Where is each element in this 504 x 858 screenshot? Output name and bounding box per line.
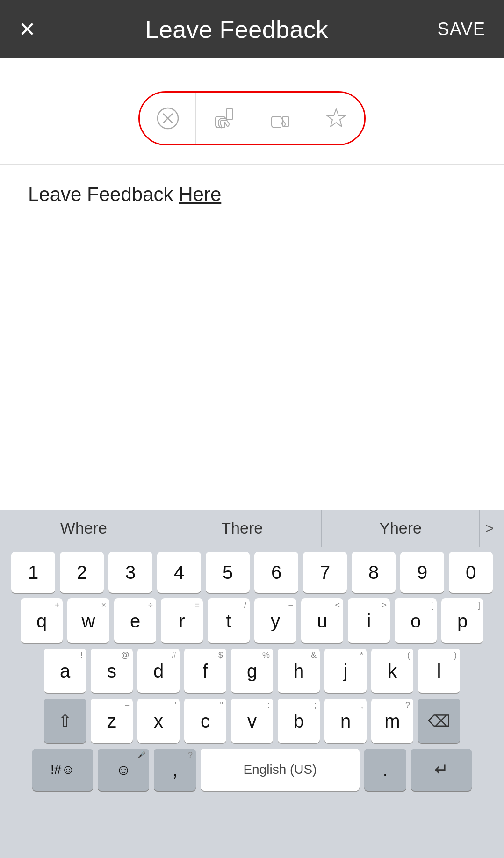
period-label: . (382, 760, 388, 779)
key-s[interactable]: @s (91, 649, 133, 693)
thumbs-down-button[interactable] (196, 93, 252, 144)
return-icon: ↵ (434, 760, 448, 779)
key-t[interactable]: /t (208, 598, 250, 643)
key-n[interactable]: ,n (324, 699, 367, 743)
key-9[interactable]: 9 (400, 552, 444, 593)
key-2[interactable]: 2 (60, 552, 104, 593)
key-u[interactable]: <u (301, 598, 343, 643)
page-title: Leave Feedback (145, 15, 328, 43)
emoji-key[interactable]: !#☺ (32, 749, 93, 791)
suggestion-more-button[interactable]: > (480, 520, 499, 536)
key-f[interactable]: $f (184, 649, 226, 693)
key-q[interactable]: +q (21, 598, 63, 643)
key-4[interactable]: 4 (157, 552, 201, 593)
key-3[interactable]: 3 (108, 552, 152, 593)
dismiss-icon (156, 106, 180, 130)
text-section[interactable]: Leave Feedback Here (0, 165, 504, 305)
mic-emoji-key[interactable]: 🎤 ☺ (98, 749, 149, 791)
space-key[interactable]: English (US) (201, 749, 360, 791)
close-button[interactable]: ✕ (19, 19, 36, 40)
return-key[interactable]: ↵ (411, 749, 472, 791)
key-8[interactable]: 8 (352, 552, 396, 593)
asdf-row: !a @s #d $f %g &h *j (k )l (4, 649, 500, 693)
key-6[interactable]: 6 (254, 552, 298, 593)
feedback-buttons-container (138, 91, 366, 145)
feedback-text-link[interactable]: Here (179, 183, 221, 205)
comma-key[interactable]: ? , (154, 749, 196, 791)
key-c[interactable]: "c (184, 699, 226, 743)
keys-area: 1 2 3 4 5 6 7 8 9 0 +q ×w ÷e =r /t −y <u… (0, 547, 504, 799)
comma-label: , (172, 760, 177, 779)
suggestion-where[interactable]: Where (5, 510, 163, 547)
suggestions-row: Where There Yhere > (0, 510, 504, 547)
space-label: English (US) (243, 762, 317, 777)
qwerty-row: +q ×w ÷e =r /t −y <u >i [o ]p (4, 598, 500, 643)
star-button[interactable] (308, 93, 364, 144)
thumbs-up-icon (268, 106, 292, 130)
suggestion-yhere[interactable]: Yhere (322, 510, 480, 547)
shift-key[interactable]: ⇧ (44, 699, 86, 743)
key-b[interactable]: ;b (278, 699, 320, 743)
key-5[interactable]: 5 (206, 552, 250, 593)
key-d[interactable]: #d (137, 649, 180, 693)
feedback-buttons-wrapper (0, 77, 504, 155)
key-j[interactable]: *j (324, 649, 367, 693)
key-h[interactable]: &h (278, 649, 320, 693)
special-row: !#☺ 🎤 ☺ ? , English (US) . ↵ (4, 749, 500, 791)
key-a[interactable]: !a (44, 649, 86, 693)
header: ✕ Leave Feedback SAVE (0, 0, 504, 58)
keyboard: Where There Yhere > 1 2 3 4 5 6 7 8 9 0 … (0, 510, 504, 858)
key-e[interactable]: ÷e (114, 598, 156, 643)
key-x[interactable]: 'x (137, 699, 180, 743)
feedback-text-prefix: Leave Feedback (28, 183, 179, 205)
key-m[interactable]: ?m (371, 699, 413, 743)
zxcv-row: ⇧ −z 'x "c :v ;b ,n ?m ⌫ (4, 699, 500, 743)
content-area: Leave Feedback Here (0, 58, 504, 324)
period-key[interactable]: . (364, 749, 406, 791)
mic-sub-icon: 🎤 (137, 751, 145, 758)
backspace-key[interactable]: ⌫ (418, 699, 460, 743)
key-i[interactable]: >i (348, 598, 390, 643)
key-l[interactable]: )l (418, 649, 460, 693)
emoji-label: !#☺ (50, 763, 75, 776)
key-r[interactable]: =r (161, 598, 203, 643)
key-y[interactable]: −y (254, 598, 296, 643)
suggestion-there[interactable]: There (163, 510, 322, 547)
key-1[interactable]: 1 (11, 552, 55, 593)
number-row: 1 2 3 4 5 6 7 8 9 0 (4, 552, 500, 593)
key-w[interactable]: ×w (67, 598, 109, 643)
shift-icon: ⇧ (58, 711, 72, 731)
key-k[interactable]: (k (371, 649, 413, 693)
key-p[interactable]: ]p (441, 598, 483, 643)
thumbs-down-icon (212, 106, 236, 130)
key-7[interactable]: 7 (303, 552, 347, 593)
key-o[interactable]: [o (395, 598, 437, 643)
svg-marker-5 (327, 109, 346, 127)
key-z[interactable]: −z (91, 699, 133, 743)
key-0[interactable]: 0 (449, 552, 493, 593)
save-button[interactable]: SAVE (437, 19, 485, 39)
dismiss-button[interactable] (140, 93, 196, 144)
key-g[interactable]: %g (231, 649, 273, 693)
key-v[interactable]: :v (231, 699, 273, 743)
smiley-label: ☺ (116, 762, 131, 777)
thumbs-up-button[interactable] (252, 93, 308, 144)
star-icon (324, 106, 348, 130)
backspace-icon: ⌫ (428, 712, 450, 730)
